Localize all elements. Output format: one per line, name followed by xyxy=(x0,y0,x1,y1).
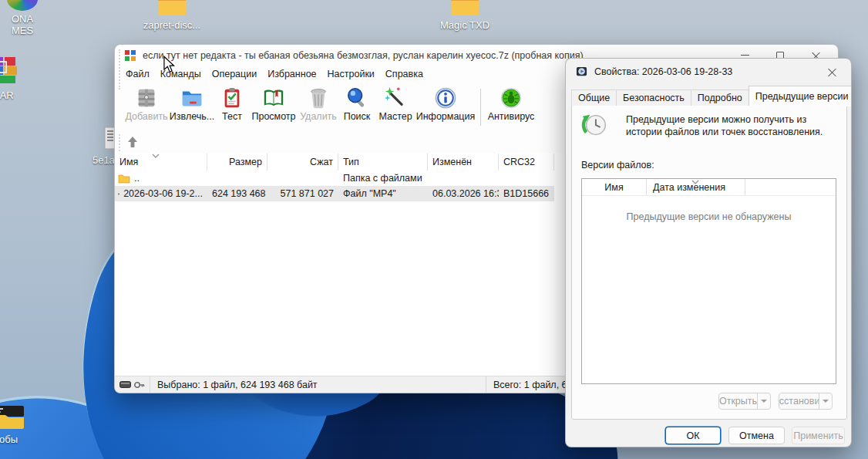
desktop-icon-label: ONA xyxy=(0,13,57,25)
table-row-parent-folder[interactable]: .. Папка с файлами xyxy=(115,170,554,186)
desktop-icon-zapret[interactable]: zapret-disc... xyxy=(143,0,201,31)
dropdown-arrow-icon xyxy=(823,400,829,403)
toolbar-label: Антивирус xyxy=(488,111,535,122)
dialog-title: Свойства: 2026-03-06 19-28-33 xyxy=(594,66,732,77)
restore-button-label: осстановит xyxy=(779,393,819,409)
dialog-close-button[interactable] xyxy=(819,62,845,80)
add-button[interactable]: Добавить xyxy=(124,86,169,122)
desktop-icon-corona-games[interactable]: ONA MES xyxy=(0,0,57,36)
tabstrip: Общие Безопасность Подробно Предыдущие в… xyxy=(571,86,852,106)
column-header-type[interactable]: Тип xyxy=(338,154,428,170)
drive-icon xyxy=(119,381,131,388)
winrar-books-icon xyxy=(0,56,20,85)
desktop-icon-label: Magic TXD xyxy=(436,19,494,31)
delete-button[interactable]: Удалить xyxy=(298,86,338,122)
media-file-icon xyxy=(576,66,587,77)
previous-versions-info-text: Предыдущие версии можно получить из исто… xyxy=(626,113,836,139)
tab-previous-versions[interactable]: Предыдущие версии xyxy=(749,86,852,106)
previous-versions-clock-icon xyxy=(580,112,609,141)
open-split-button[interactable]: Открыть xyxy=(718,393,771,410)
colorful-app-icon xyxy=(7,0,38,11)
extract-button[interactable]: Извлечь... xyxy=(169,86,215,122)
column-header-packed[interactable]: Сжат xyxy=(267,154,338,170)
view-button[interactable]: Просмотр xyxy=(249,86,298,122)
status-total: Всего: 1 файл, 6 xyxy=(486,376,567,393)
delete-trash-icon xyxy=(307,86,330,110)
search-magnifier-icon xyxy=(345,86,368,110)
desktop-icon-magic-txd[interactable]: Magic TXD xyxy=(436,0,494,31)
tab-details[interactable]: Подробно xyxy=(691,89,749,106)
toolbar-separator xyxy=(480,89,481,126)
tab-panel: Предыдущие версии можно получить из исто… xyxy=(571,105,847,420)
information-button[interactable]: Информация xyxy=(415,86,476,122)
antivirus-button[interactable]: Антивирус xyxy=(487,86,535,122)
window-title: если тут нет редакта - ты ебаная обезьян… xyxy=(143,50,584,61)
file-modified: 06.03.2026 16:31 xyxy=(428,188,499,199)
test-button[interactable]: Тест xyxy=(215,86,249,122)
table-row-mp4-file[interactable]: 2026-03-06 19-2... 624 193 468 571 871 0… xyxy=(115,186,554,201)
up-one-level-button[interactable] xyxy=(124,134,141,150)
column-header-crc32[interactable]: CRC32 xyxy=(499,154,554,170)
toolbar-label: Добавить xyxy=(125,111,167,122)
toolbar-label: Информация xyxy=(416,111,476,122)
key-icon xyxy=(134,381,145,389)
batch-file-icon xyxy=(0,404,25,429)
toolbar-label: Поиск xyxy=(344,111,371,122)
file-name: .. xyxy=(134,173,140,184)
file-versions-label: Версии файлов: xyxy=(581,160,654,170)
dialog-titlebar[interactable]: Свойства: 2026-03-06 19-28-33 xyxy=(566,59,851,84)
list-header: Имя Размер Сжат Тип Изменён CRC32 xyxy=(115,154,554,170)
toolbar-label: Тест xyxy=(222,111,242,122)
file-type: Файл "MP4" xyxy=(338,188,428,199)
apply-button[interactable]: Применить xyxy=(792,427,845,444)
no-versions-message: Предыдущие версии не обнаружены xyxy=(582,211,836,222)
add-archive-icon xyxy=(135,86,158,110)
file-name: 2026-03-06 19-2... xyxy=(123,188,203,199)
properties-dialog: Свойства: 2026-03-06 19-28-33 Общие Безо… xyxy=(565,58,852,447)
desktop-icon-label: RAR xyxy=(0,89,25,101)
dropdown-arrow-icon xyxy=(761,400,767,403)
search-button[interactable]: Поиск xyxy=(338,86,375,122)
mouse-cursor xyxy=(163,56,175,73)
desktop-icon-label: MES xyxy=(0,25,57,36)
ok-button[interactable]: ОК xyxy=(665,427,721,444)
tab-security[interactable]: Безопасность xyxy=(616,89,691,106)
versions-column-name[interactable]: Имя xyxy=(582,179,647,195)
toolbar-label: Извлечь... xyxy=(170,111,214,122)
wizard-wand-icon xyxy=(384,86,407,110)
menu-settings[interactable]: Настройки xyxy=(322,67,380,81)
close-icon xyxy=(828,67,836,76)
file-size: 624 193 468 xyxy=(207,188,267,199)
menu-file[interactable]: Файл xyxy=(120,67,155,81)
open-button-label: Открыть xyxy=(719,393,757,409)
versions-listbox[interactable]: Имя Дата изменения Предыдущие версии не … xyxy=(581,178,836,384)
view-book-icon xyxy=(262,86,285,110)
cancel-button[interactable]: Отмена xyxy=(728,427,785,444)
extract-folder-icon xyxy=(180,86,204,110)
column-header-modified[interactable]: Изменён xyxy=(428,154,499,170)
column-header-size[interactable]: Размер xyxy=(207,154,267,170)
restore-dropdown[interactable] xyxy=(819,393,832,409)
desktop: ONA MES zapret-disc... Magic TXD RAR xyxy=(0,0,868,459)
restore-split-button[interactable]: осстановит xyxy=(779,393,833,410)
desktop-icon-bat[interactable]: обы xyxy=(0,404,37,445)
column-header-name[interactable]: Имя xyxy=(115,154,207,170)
toolbar-label: Просмотр xyxy=(251,111,295,122)
desktop-icon-label: zapret-disc... xyxy=(143,19,201,31)
sort-ascending-icon xyxy=(691,180,699,184)
archive-file-icon xyxy=(124,49,136,62)
wizard-button[interactable]: Мастер xyxy=(375,86,415,122)
toolbar-label: Мастер xyxy=(378,111,412,122)
folder-icon xyxy=(118,174,130,184)
menu-operations[interactable]: Операции xyxy=(207,67,262,81)
toolbar-label: Удалить xyxy=(300,111,337,122)
desktop-icon-label: обы xyxy=(0,434,37,445)
status-selected: Выбрано: 1 файл, 624 193 468 байт xyxy=(150,376,486,393)
tab-general[interactable]: Общие xyxy=(571,89,617,106)
open-dropdown[interactable] xyxy=(757,393,770,409)
info-icon xyxy=(434,86,457,110)
menu-favorites[interactable]: Избранное xyxy=(262,67,321,81)
menu-help[interactable]: Справка xyxy=(380,67,429,81)
desktop-icon-winrar[interactable]: RAR xyxy=(0,56,25,101)
status-icons xyxy=(115,376,150,393)
